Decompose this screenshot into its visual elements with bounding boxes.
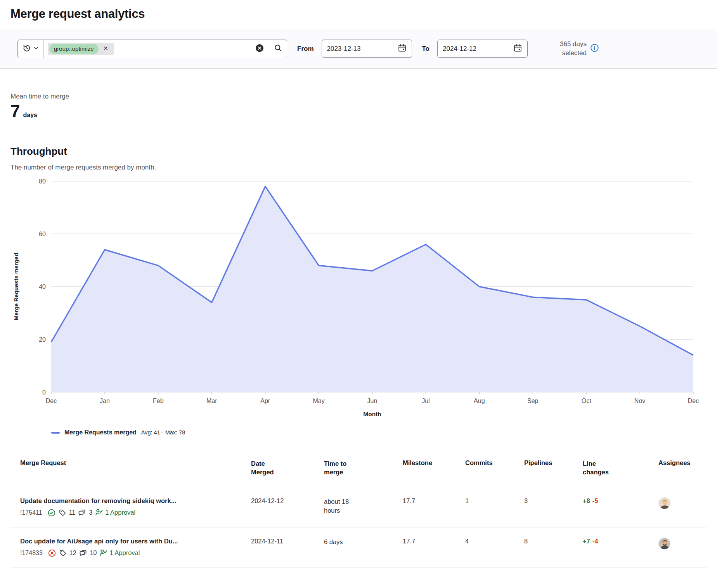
to-date-value: 2024-12-12	[443, 45, 476, 53]
mr-title-link[interactable]: Doc update for AiUsage api only for user…	[20, 538, 248, 545]
mean-time-to-merge-metric: Mean time to merge 7 days	[0, 93, 717, 120]
remove-token-button[interactable]	[99, 43, 112, 54]
comments-count: 10	[90, 550, 97, 557]
metric-value: 7	[10, 103, 20, 120]
days-selected-text: 365 days selected	[554, 40, 587, 58]
throughput-heading: Throughput	[10, 145, 707, 157]
svg-text:80: 80	[39, 178, 46, 185]
metric-unit: days	[23, 112, 37, 119]
svg-text:Dec: Dec	[46, 398, 57, 404]
chart-legend: Merge Requests merged Avg: 41 · Max: 78	[51, 429, 707, 436]
date-merged-cell: 2024-12-12	[251, 487, 324, 527]
col-date-merged: Date Merged	[251, 456, 324, 487]
search-button[interactable]	[269, 40, 287, 58]
mr-id: !175411	[20, 509, 42, 516]
close-icon	[102, 45, 109, 53]
svg-text:Sep: Sep	[527, 398, 539, 404]
info-icon[interactable]	[590, 43, 599, 54]
mr-meta: !175411	[20, 508, 248, 517]
deletions: -5	[592, 497, 598, 504]
calendar-icon	[398, 43, 407, 54]
col-commits: Commits	[465, 456, 524, 487]
from-date-value: 2023-12-13	[327, 45, 361, 53]
area-chart: 020406080DecJanFebMarAprMayJunJulAugSepO…	[10, 177, 707, 422]
search-input[interactable]: group::optimize	[44, 40, 250, 58]
commits-cell: 1	[465, 487, 524, 527]
svg-text:May: May	[313, 398, 324, 404]
mr-title-link[interactable]: Update documentation for removing sideki…	[20, 497, 248, 505]
search-history-button[interactable]	[18, 40, 44, 58]
svg-text:40: 40	[39, 284, 46, 290]
table-row: Doc update for AiUsage api only for user…	[10, 527, 707, 567]
filter-token: group::optimize	[48, 43, 114, 55]
svg-text:0: 0	[42, 389, 46, 396]
filter-bar: group::optimize	[0, 29, 717, 69]
approvals-text: 1 Approval	[109, 549, 140, 557]
deletions: -4	[592, 538, 598, 545]
pipelines-cell: 3	[524, 487, 583, 527]
legend-series-stats: Avg: 41 · Max: 78	[141, 429, 185, 436]
comments-icon	[79, 549, 87, 557]
svg-text:20: 20	[39, 336, 46, 343]
col-pipelines: Pipelines	[524, 456, 583, 487]
table-header-row: Merge Request Date Merged Time to merge …	[10, 456, 707, 487]
svg-text:Apr: Apr	[260, 398, 270, 404]
col-assignees: Assignees	[658, 456, 707, 487]
time-to-merge-cell: about 18 hours	[324, 497, 367, 515]
svg-text:Dec: Dec	[688, 398, 699, 404]
svg-text:Merge Requests merged: Merge Requests merged	[13, 253, 19, 320]
additions: +8	[583, 497, 590, 504]
approval-icon	[95, 508, 103, 517]
legend-series-swatch	[51, 432, 60, 434]
from-date-input[interactable]: 2023-12-13	[322, 40, 412, 58]
col-time-to-merge: Time to merge	[324, 456, 403, 487]
comments-icon	[78, 508, 86, 517]
label-icon	[59, 549, 67, 557]
clear-circle-icon	[255, 43, 264, 54]
status-merged-icon	[47, 508, 56, 517]
svg-text:Feb: Feb	[153, 398, 164, 404]
throughput-description: The number of merge requests merged by m…	[10, 164, 707, 171]
approvals: 1 Approval	[99, 549, 140, 557]
svg-text:Jan: Jan	[100, 398, 110, 404]
calendar-icon	[513, 43, 522, 54]
svg-text:Nov: Nov	[634, 398, 645, 404]
milestone-cell: 17.7	[403, 527, 465, 567]
filtered-search-box: group::optimize	[17, 40, 287, 58]
commits-cell: 4	[465, 527, 524, 567]
history-icon	[23, 44, 31, 54]
throughput-section: Throughput The number of merge requests …	[0, 145, 717, 436]
table-row: Update documentation for removing sideki…	[10, 487, 707, 527]
mr-meta: !174833	[20, 549, 248, 557]
page-title: Merge request analytics	[0, 0, 717, 29]
svg-text:Jun: Jun	[367, 398, 378, 404]
approvals: 1 Approval	[95, 508, 135, 517]
milestone-cell: 17.7	[403, 487, 465, 527]
status-closed-icon	[48, 549, 56, 557]
approval-icon	[99, 549, 107, 557]
comments-count: 3	[89, 509, 92, 516]
legend-series-label: Merge Requests merged	[64, 429, 137, 436]
to-date-input[interactable]: 2024-12-12	[437, 40, 528, 58]
from-label: From	[297, 45, 314, 53]
svg-text:Jul: Jul	[422, 398, 430, 404]
col-milestone: Milestone	[403, 456, 465, 487]
avatar	[658, 497, 670, 509]
clear-search-button[interactable]	[250, 40, 269, 58]
label-icon	[59, 509, 66, 517]
filter-token-label: group::optimize	[49, 44, 99, 54]
metric-label: Mean time to merge	[10, 93, 707, 100]
svg-text:Mar: Mar	[206, 398, 217, 404]
pipelines-cell: 8	[524, 527, 583, 567]
days-selected: 365 days selected	[554, 40, 599, 58]
to-label: To	[422, 45, 430, 53]
merge-request-table: Merge Request Date Merged Time to merge …	[10, 456, 707, 568]
chevron-down-icon	[33, 45, 39, 52]
labels-count: 11	[69, 509, 76, 516]
svg-text:Aug: Aug	[474, 398, 485, 404]
svg-text:Oct: Oct	[582, 398, 591, 404]
line-changes-cell: +8-5	[583, 487, 658, 527]
svg-text:60: 60	[39, 231, 46, 237]
approvals-text: 1 Approval	[105, 509, 135, 516]
col-line-changes: Line changes	[583, 456, 658, 487]
